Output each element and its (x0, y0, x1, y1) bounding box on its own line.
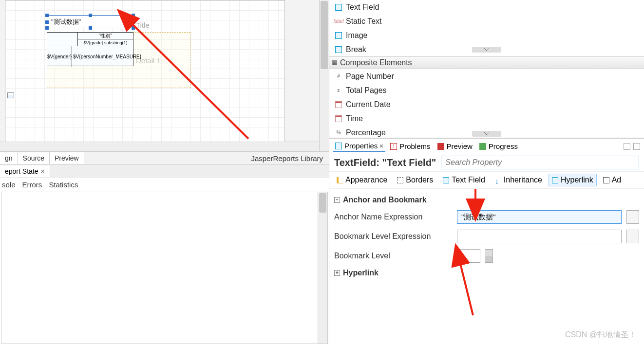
expander-icon[interactable] (472, 131, 501, 137)
expander-icon[interactable] (472, 47, 501, 53)
cat-advanced[interactable]: Ad (600, 174, 625, 186)
view-menu-icon[interactable] (624, 143, 630, 150)
report-state-tabbar: eport State × (0, 164, 329, 178)
subtab-errors[interactable]: Errors (22, 181, 42, 189)
design-canvas[interactable]: Title Detail 1 Detail 2 "性别" $V{grade}.s… (0, 0, 329, 151)
properties-view-tabs: Properties× !Problems Preview Progress (329, 139, 644, 154)
crosstab-measure[interactable]: $V{personNumber_MEASURE} (72, 46, 142, 67)
selected-textfield[interactable]: "测试数据" (47, 15, 133, 28)
property-category-tabs: Appearance Borders Text Field ↓Inheritan… (329, 171, 644, 189)
spinner-buttons[interactable] (485, 249, 493, 263)
report-state-body (1, 192, 328, 344)
palette-total-pages[interactable]: ΣTotal Pages (335, 83, 644, 97)
cat-inheritance[interactable]: ↓Inheritance (492, 174, 546, 186)
tab-problems[interactable]: !Problems (388, 141, 432, 151)
label-bookmark-level: Bookmark Level (334, 252, 452, 260)
report-state-subtabs: sole Errors Statistics (0, 178, 329, 191)
tab-preview[interactable]: Preview (436, 141, 474, 151)
report-state-vscroll[interactable] (318, 192, 327, 344)
tab-source[interactable]: Source (18, 152, 50, 164)
tab-preview[interactable]: Preview (50, 152, 84, 164)
input-bookmark-level[interactable] (457, 249, 480, 263)
expand-icon[interactable]: + (334, 270, 340, 276)
cat-borders[interactable]: Borders (394, 174, 436, 186)
palette-static-text[interactable]: labelStatic Text (335, 14, 644, 28)
properties-title: TextField: "Text Field" (334, 157, 436, 168)
design-page[interactable]: Title Detail 1 Detail 2 "性别" $V{grade}.s… (5, 0, 285, 151)
canvas-hscrollbar[interactable] (0, 142, 319, 151)
palette-text-field[interactable]: Text Field (335, 0, 644, 14)
tab-design[interactable]: gn (0, 152, 18, 164)
tab-report-state[interactable]: eport State × (0, 165, 50, 177)
group-hyperlink[interactable]: + Hyperlink (334, 266, 639, 280)
group-anchor-bookmark[interactable]: − Anchor and Bookmark (334, 193, 639, 207)
label-anchor-name: Anchor Name Expression (334, 213, 452, 221)
close-icon[interactable]: × (41, 167, 45, 175)
search-property-input[interactable] (441, 156, 639, 169)
subtab-statistics[interactable]: Statistics (49, 181, 78, 189)
expression-editor-button[interactable] (626, 210, 639, 224)
gutter-icon[interactable] (7, 92, 14, 98)
label-bookmark-expr: Bookmark Level Expression (334, 232, 452, 241)
view-tabs: gn Source Preview JasperReports Library (0, 151, 329, 164)
maximize-icon[interactable] (633, 143, 640, 150)
palette-image[interactable]: Image (335, 28, 644, 42)
palette: Text Field labelStatic Text Image Break … (329, 0, 644, 138)
tab-properties[interactable]: Properties× (333, 141, 385, 152)
crosstab-col-measure[interactable]: $V{grade}.substring(1) (78, 39, 133, 46)
selected-textfield-text: "测试数据" (51, 18, 81, 26)
palette-section-composite[interactable]: ▦ Composite Elements (329, 56, 644, 69)
input-bookmark-level-expression[interactable] (457, 230, 622, 243)
collapse-icon[interactable]: − (334, 197, 340, 203)
close-icon[interactable]: × (379, 142, 383, 150)
cat-textfield[interactable]: Text Field (439, 174, 488, 186)
palette-current-date[interactable]: Current Date (335, 97, 644, 111)
library-label: JasperReports Library (251, 154, 329, 163)
crosstab[interactable]: "性别" $V{grade}.substring(1) $V{gender} $… (47, 32, 133, 66)
crosstab-row-header[interactable]: $V{gender} (47, 46, 72, 67)
band-label-title: Title (136, 21, 150, 29)
cat-appearance[interactable]: Appearance (333, 174, 391, 186)
input-anchor-name-expression[interactable] (457, 210, 622, 224)
palette-time[interactable]: Time (335, 111, 644, 126)
crosstab-col-header[interactable]: "性别" (78, 33, 133, 39)
tab-progress[interactable]: Progress (477, 141, 520, 151)
cat-hyperlink[interactable]: Hyperlink (549, 174, 597, 186)
canvas-vscrollbar[interactable] (319, 0, 329, 151)
subtab-console[interactable]: sole (2, 181, 16, 189)
expression-editor-button[interactable] (626, 230, 639, 243)
palette-page-number[interactable]: #Page Number (335, 69, 644, 83)
